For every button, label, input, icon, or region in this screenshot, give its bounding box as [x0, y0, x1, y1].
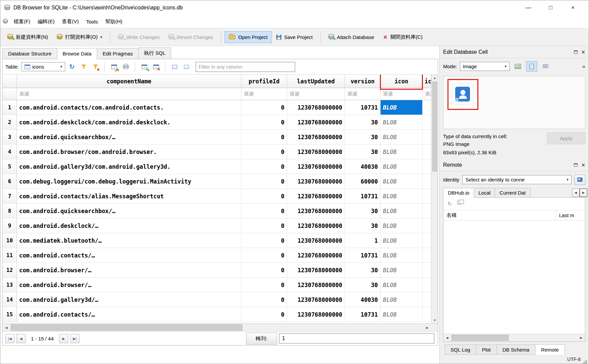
- resize-grip[interactable]: [583, 359, 587, 364]
- horizontal-scroll-track[interactable]: [10, 324, 424, 331]
- cell-componentName[interactable]: com.android.contacts/…: [17, 248, 241, 263]
- vertical-scrollbar[interactable]: ▲ ▼: [431, 75, 438, 323]
- row-header[interactable]: 3: [3, 130, 17, 145]
- close-database-button[interactable]: × 關閉資料庫(C): [379, 31, 427, 43]
- identity-select[interactable]: Select an identity to conne ▾: [462, 175, 572, 184]
- row-header[interactable]: 13: [3, 278, 17, 292]
- row-header[interactable]: 15: [3, 307, 17, 322]
- last-record-button[interactable]: ▶|: [70, 334, 79, 343]
- cell-componentName[interactable]: com.android.deskclock/com.android.deskcl…: [17, 115, 241, 130]
- tab-local[interactable]: Local: [474, 188, 495, 197]
- cell-icon[interactable]: BLOB: [381, 130, 423, 145]
- apply-button[interactable]: Apply: [547, 132, 585, 144]
- undock-icon[interactable]: [574, 50, 578, 54]
- cell-version[interactable]: 30: [345, 204, 381, 218]
- toolbar-overflow-button[interactable]: »: [582, 63, 585, 70]
- cell-icon[interactable]: BLOB: [381, 233, 423, 248]
- cell-lastUpdated[interactable]: 1230768000000: [287, 292, 345, 307]
- cell-overflow[interactable]: [423, 248, 431, 263]
- cell-overflow[interactable]: [423, 204, 431, 218]
- goto-input[interactable]: [279, 333, 434, 343]
- cell-componentName[interactable]: com.android.gallery3d/…: [17, 292, 241, 307]
- cell-overflow[interactable]: [423, 233, 431, 248]
- cell-profileId[interactable]: 0: [241, 189, 287, 204]
- cell-icon[interactable]: BLOB: [381, 307, 423, 322]
- cell-version[interactable]: 60000: [345, 174, 381, 189]
- scroll-right-button[interactable]: ▶: [424, 324, 431, 331]
- cell-icon[interactable]: BLOB: [381, 248, 423, 263]
- tab-dbhub[interactable]: DBHub.io: [443, 188, 474, 198]
- menu-view[interactable]: 查看(V): [58, 16, 82, 27]
- cell-lastUpdated[interactable]: 1230768000000: [287, 174, 345, 189]
- tab-database-structure[interactable]: Database Structure: [2, 48, 57, 59]
- row-header[interactable]: 14: [3, 292, 17, 307]
- cell-overflow[interactable]: [423, 130, 431, 145]
- identity-settings-button[interactable]: [575, 175, 585, 185]
- cell-lastUpdated[interactable]: 1230768000000: [287, 145, 345, 159]
- cell-version[interactable]: 30: [345, 130, 381, 145]
- cell-icon[interactable]: BLOB: [381, 278, 423, 292]
- column-header-overflow[interactable]: ic: [423, 75, 431, 88]
- menu-file[interactable]: 檔案(F): [10, 16, 34, 27]
- tab-current-database[interactable]: Current Dat: [495, 188, 531, 197]
- tab-scroll-right-button[interactable]: ▶: [580, 189, 587, 197]
- cell-lastUpdated[interactable]: 1230768000000: [287, 218, 345, 233]
- minimize-button[interactable]: —: [517, 0, 540, 15]
- new-database-button[interactable]: 新建資料庫(N): [3, 31, 52, 43]
- cell-lastUpdated[interactable]: 1230768000000: [287, 248, 345, 263]
- open-database-dropdown-icon[interactable]: ▾: [101, 35, 103, 39]
- tab-execute-sql[interactable]: 執行 SQL: [138, 47, 171, 59]
- undock-icon[interactable]: [574, 163, 578, 167]
- import-data-button[interactable]: [512, 61, 523, 72]
- cell-componentName[interactable]: com.android.contacts/alias.MessageShortc…: [17, 189, 241, 204]
- cell-componentName[interactable]: com.android.gallery3d/com.android.galler…: [17, 159, 241, 174]
- cell-lastUpdated[interactable]: 1230768000000: [287, 204, 345, 218]
- cell-overflow[interactable]: [423, 145, 431, 159]
- cell-icon[interactable]: BLOB: [381, 174, 423, 189]
- cell-version[interactable]: 10731: [345, 100, 381, 115]
- row-header[interactable]: 9: [3, 218, 17, 233]
- cell-overflow[interactable]: [423, 278, 431, 292]
- text-view-button[interactable]: [526, 61, 537, 72]
- cell-profileId[interactable]: 0: [241, 204, 287, 218]
- cell-overflow[interactable]: [423, 189, 431, 204]
- cell-profileId[interactable]: 0: [241, 292, 287, 307]
- scroll-down-button[interactable]: ▼: [432, 317, 438, 323]
- cell-icon[interactable]: BLOB: [381, 218, 423, 233]
- cell-profileId[interactable]: 0: [241, 307, 287, 322]
- cell-profileId[interactable]: 0: [241, 233, 287, 248]
- filter-icon-column[interactable]: 過濾: [381, 88, 423, 100]
- save-filter-button[interactable]: [90, 62, 101, 72]
- cell-profileId[interactable]: 0: [241, 174, 287, 189]
- cell-version[interactable]: 30: [345, 278, 381, 292]
- export-records-button[interactable]: [181, 62, 191, 72]
- cell-lastUpdated[interactable]: 1230768000000: [287, 233, 345, 248]
- word-wrap-button[interactable]: [540, 61, 551, 72]
- filter-componentName[interactable]: 過濾: [17, 88, 241, 100]
- delete-record-button[interactable]: [151, 62, 161, 72]
- remote-horizontal-scrollbar[interactable]: ◀ ▶: [443, 334, 585, 341]
- corner-header[interactable]: [3, 75, 17, 88]
- previous-page-button[interactable]: ◀: [16, 334, 26, 343]
- tab-browse-data[interactable]: Browse Data: [57, 48, 97, 59]
- cell-overflow[interactable]: [423, 174, 431, 189]
- column-header-version[interactable]: version: [345, 75, 381, 88]
- remote-scroll-right-button[interactable]: ▶: [578, 334, 585, 341]
- menu-edit[interactable]: 編輯(E): [34, 16, 58, 27]
- cell-lastUpdated[interactable]: 1230768000000: [287, 130, 345, 145]
- cell-version[interactable]: 30: [345, 145, 381, 159]
- row-header[interactable]: 10: [3, 233, 17, 248]
- cell-profileId[interactable]: 0: [241, 218, 287, 233]
- cell-componentName[interactable]: com.debug.loggerui/com.debug.loggerui.Ma…: [17, 174, 241, 189]
- remote-column-lastmodified[interactable]: Last m: [556, 210, 585, 220]
- cell-overflow[interactable]: [423, 159, 431, 174]
- cell-lastUpdated[interactable]: 1230768000000: [287, 159, 345, 174]
- row-header[interactable]: 6: [3, 174, 17, 189]
- cell-componentName[interactable]: com.android.browser/…: [17, 278, 241, 292]
- row-header[interactable]: 11: [3, 248, 17, 263]
- cell-profileId[interactable]: 0: [241, 100, 287, 115]
- mode-select[interactable]: Image ▾: [460, 62, 510, 71]
- first-record-button[interactable]: |◀: [5, 334, 14, 343]
- column-header-componentName[interactable]: componentName: [17, 75, 241, 88]
- close-button[interactable]: ×: [562, 0, 584, 15]
